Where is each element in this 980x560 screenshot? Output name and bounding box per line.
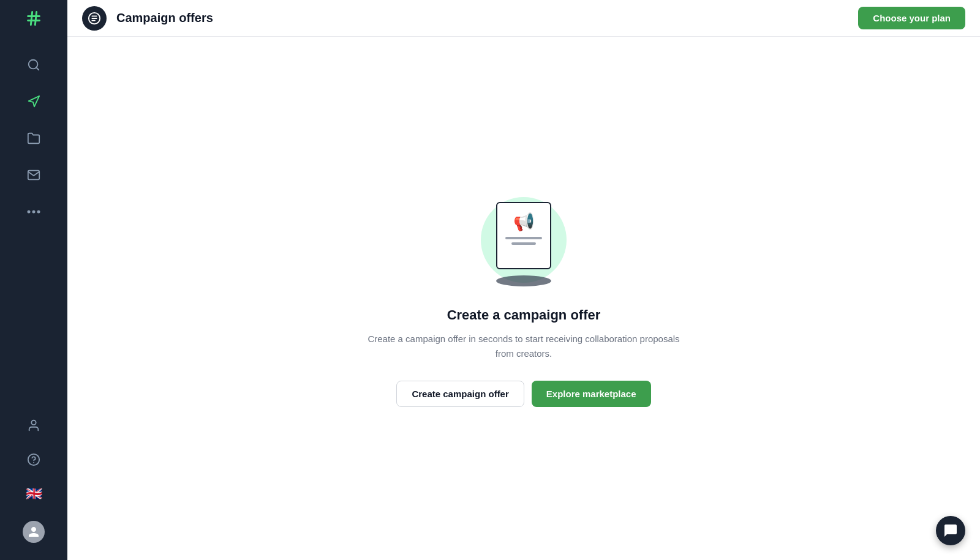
hash-icon [25, 10, 42, 27]
sidebar-item-mail[interactable] [0, 159, 67, 191]
chat-bubble-button[interactable] [936, 516, 965, 545]
sidebar-item-avatar[interactable] [0, 513, 67, 550]
avatar [23, 521, 45, 543]
app-logo[interactable] [0, 0, 67, 37]
svg-point-6 [28, 211, 31, 214]
page-title: Campaign offers [116, 11, 213, 25]
header: Campaign offers Choose your plan [67, 0, 980, 37]
sidebar-item-campaigns[interactable] [0, 86, 67, 118]
create-campaign-offer-button[interactable]: Create campaign offer [396, 381, 524, 407]
more-icon [27, 205, 40, 218]
sidebar-item-language[interactable]: 🇬🇧 [0, 479, 67, 509]
svg-line-3 [35, 12, 36, 25]
empty-state: 📢 Create a campaign offer Create a campa… [364, 190, 683, 407]
user-icon [27, 419, 40, 432]
sidebar-item-search[interactable] [0, 49, 67, 81]
folder-icon [27, 132, 40, 145]
document-list-icon [88, 12, 101, 25]
header-page-icon [82, 6, 107, 31]
sidebar: 🇬🇧 [0, 0, 67, 560]
sidebar-bottom: 🇬🇧 [0, 411, 67, 560]
chat-icon [943, 523, 958, 538]
sidebar-item-help[interactable] [0, 445, 67, 474]
svg-point-7 [32, 211, 36, 214]
sidebar-item-user[interactable] [0, 411, 67, 440]
empty-state-description: Create a campaign offer in seconds to st… [364, 332, 683, 361]
illustration-shadow [496, 275, 551, 286]
sidebar-nav [0, 37, 67, 411]
megaphone-icon [27, 95, 40, 108]
empty-state-actions: Create campaign offer Explore marketplac… [396, 381, 650, 407]
empty-state-title: Create a campaign offer [447, 307, 601, 323]
header-left: Campaign offers [82, 6, 213, 31]
explore-marketplace-button[interactable]: Explore marketplace [532, 381, 651, 407]
main: Campaign offers Choose your plan 📢 Creat… [67, 0, 980, 560]
svg-point-9 [31, 420, 36, 425]
empty-state-illustration: 📢 [475, 190, 573, 288]
illustration-line-2 [511, 242, 536, 245]
choose-plan-button[interactable]: Choose your plan [858, 7, 965, 29]
content-area: 📢 Create a campaign offer Create a campa… [67, 37, 980, 560]
mail-icon [27, 168, 40, 182]
help-icon [27, 453, 40, 466]
svg-point-8 [37, 211, 40, 214]
illustration-card: 📢 [496, 202, 551, 269]
sidebar-item-more[interactable] [0, 196, 67, 228]
language-flag-icon: 🇬🇧 [26, 486, 42, 502]
sidebar-item-folders[interactable] [0, 122, 67, 154]
illustration-line-1 [505, 237, 542, 239]
svg-line-5 [36, 67, 39, 70]
search-icon [27, 58, 40, 72]
illustration-megaphone-icon: 📢 [513, 212, 535, 232]
svg-line-2 [31, 12, 32, 25]
illustration-lines [505, 237, 542, 245]
